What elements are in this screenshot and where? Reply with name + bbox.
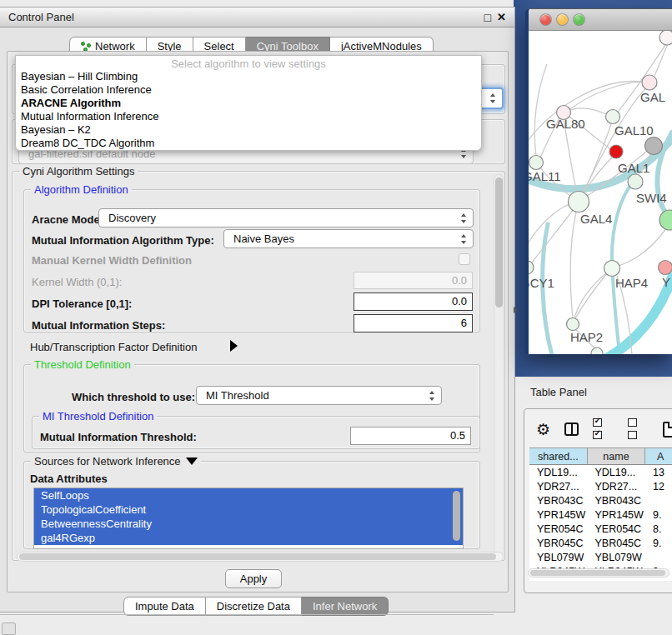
node-label: Y — [662, 275, 670, 289]
algorithm-option[interactable]: Bayesian – Hill Climbing — [16, 70, 481, 83]
table-panel-title: Table Panel — [530, 386, 587, 398]
node-label: GAL80 — [546, 117, 585, 131]
table-cell: 8. — [645, 522, 672, 536]
table-row[interactable]: YBR043CYBR043C — [529, 493, 672, 508]
table-cell: YDR27... — [529, 479, 588, 493]
network-icon — [81, 42, 91, 52]
node[interactable] — [659, 210, 672, 230]
table-row[interactable]: YDL19...YDL19...13 — [529, 465, 672, 479]
column-header[interactable]: A — [645, 448, 672, 464]
table-cell: YBR043C — [588, 493, 646, 508]
algorithm-option[interactable]: Dream8 DC_TDC Algorithm — [16, 137, 481, 150]
node-gal4[interactable] — [569, 192, 589, 212]
table-cell: YBR043C — [529, 493, 588, 508]
hub-definition-toggle[interactable]: Hub/Transcription Factor Definition — [30, 341, 197, 353]
settings-vertical-scrollbar[interactable] — [494, 174, 504, 558]
table-row[interactable]: YBL079WYBL079W — [529, 550, 672, 564]
mi-steps-field[interactable]: 6 — [354, 314, 473, 332]
attribute-list-item[interactable]: gal4RGexp — [34, 531, 463, 545]
split-columns-icon[interactable] — [564, 422, 579, 436]
table-cell: YIL052C — [529, 578, 588, 581]
node-gcy1[interactable] — [529, 261, 534, 274]
mi-threshold-field[interactable]: 0.5 — [350, 427, 471, 445]
screen: Control Panel □ ✕ NetworkStyleSelectCyni… — [0, 0, 672, 635]
table-cell: YER054C — [529, 522, 588, 536]
attribute-list-item[interactable]: TopologicalCoefficient — [34, 502, 463, 517]
attribute-list-item[interactable]: SelfLoops — [34, 488, 463, 502]
tab-discretize-data[interactable]: Discretize Data — [206, 597, 302, 616]
dropdown-prompt: Select algorithm to view settings — [16, 58, 481, 70]
splitter-arrow-icon[interactable] — [514, 307, 518, 313]
minimized-panel-button[interactable] — [2, 622, 16, 635]
table-row[interactable]: YER054CYER054C8. — [529, 522, 672, 536]
zoom-traffic-light-icon[interactable] — [574, 14, 584, 25]
node-gal[interactable] — [642, 75, 657, 90]
node-swi4[interactable] — [628, 174, 643, 189]
node-label: HAP4 — [615, 276, 648, 290]
table-horizontal-scrollbar[interactable] — [528, 568, 669, 578]
network-canvas[interactable]: GALGAL80GAL10GAL1GAL11SWI4GAL4GCY1HAP4YH… — [529, 31, 672, 354]
data-attributes-list[interactable]: SelfLoopsTopologicalCoefficientBetweenne… — [33, 488, 464, 549]
algorithm-option[interactable]: Mutual Information Inference — [16, 110, 481, 123]
node-hap4[interactable] — [604, 261, 620, 277]
network-view-window: GALGAL80GAL10GAL1GAL11SWI4GAL4GCY1HAP4YH… — [525, 8, 672, 354]
node-gal10[interactable] — [606, 110, 620, 124]
table-cell: 13 — [645, 465, 672, 479]
close-icon[interactable]: ✕ — [497, 11, 506, 23]
minimize-traffic-light-icon[interactable] — [557, 14, 568, 25]
list-scrollbar[interactable] — [453, 489, 461, 548]
close-traffic-light-icon[interactable] — [540, 14, 551, 25]
table-row[interactable]: YIL052CYIL052C9. — [529, 578, 672, 581]
table-row[interactable]: YDR27...YDR27...12 — [529, 479, 672, 493]
mi-threshold-group-title: MI Threshold Definition — [39, 410, 157, 422]
dpi-tolerance-field[interactable]: 0.0 — [354, 292, 473, 311]
attribute-list-item[interactable]: BetweennessCentrality — [34, 517, 463, 531]
node-gal11[interactable] — [529, 156, 544, 170]
float-window-icon[interactable]: □ — [484, 11, 491, 24]
node-hap2[interactable] — [567, 318, 579, 331]
node[interactable] — [645, 138, 663, 155]
kernel-width-field[interactable]: 0.0 — [354, 272, 473, 289]
table-header-row: shared...nameA — [529, 448, 672, 465]
aracne-mode-combobox[interactable]: Discovery — [98, 208, 474, 228]
node-label: GAL — [640, 90, 665, 104]
manual-kernel-checkbox[interactable] — [459, 253, 470, 265]
gear-icon[interactable]: ⚙ — [536, 422, 550, 438]
algorithm-option[interactable]: Bayesian – K2 — [16, 123, 481, 137]
deselect-all-columns-icon[interactable] — [628, 417, 649, 442]
column-header[interactable]: name — [588, 448, 646, 464]
node[interactable] — [659, 31, 672, 45]
table-cell: YIL052C — [588, 578, 646, 581]
mi-steps-label: Mutual Information Steps: — [32, 319, 165, 332]
column-header[interactable]: shared... — [529, 448, 588, 464]
tab-impute-data[interactable]: Impute Data — [123, 597, 206, 616]
cyni-settings-title: Cyni Algorithm Settings — [19, 165, 138, 178]
combo-arrows-icon — [461, 234, 467, 244]
table-panel: ⚙ shared...nameA YDL19...YDL19...13YDR27… — [524, 408, 672, 593]
algorithm-option[interactable]: ARACNE Algorithm — [16, 97, 481, 110]
network-window-titlebar[interactable] — [529, 9, 672, 31]
table-row[interactable]: YBR045CYBR045C9. — [529, 536, 672, 550]
expand-right-icon[interactable] — [230, 340, 238, 352]
algorithm-option[interactable]: Basic Correlation Inference — [16, 83, 481, 97]
node-gal1[interactable] — [609, 145, 623, 158]
tab-infer-network[interactable]: Infer Network — [302, 597, 389, 616]
algorithm-definition-title: Algorithm Definition — [31, 183, 132, 196]
collapse-down-icon[interactable] — [186, 458, 198, 465]
document-icon[interactable] — [663, 422, 672, 438]
settings-horizontal-scrollbar[interactable] — [17, 552, 504, 562]
apply-button[interactable]: Apply — [225, 569, 282, 588]
mi-type-combobox[interactable]: Naive Bayes — [223, 229, 474, 248]
table-cell: YBR045C — [588, 536, 646, 550]
control-panel-window: Control Panel □ ✕ NetworkStyleSelectCyni… — [0, 7, 515, 612]
node[interactable] — [591, 348, 603, 354]
table-row[interactable]: YPR145WYPR145W9. — [529, 508, 672, 522]
mi-threshold-label: Mutual Information Threshold: — [40, 431, 197, 443]
node-y[interactable] — [659, 261, 672, 275]
table-cell: YDL19... — [588, 465, 646, 479]
select-all-columns-icon[interactable] — [593, 417, 614, 442]
combo-arrows-icon — [490, 93, 496, 103]
table-cell: 9. — [645, 536, 672, 550]
which-threshold-combobox[interactable]: MI Threshold — [196, 386, 442, 405]
data-attributes-label: Data Attributes — [30, 472, 108, 485]
